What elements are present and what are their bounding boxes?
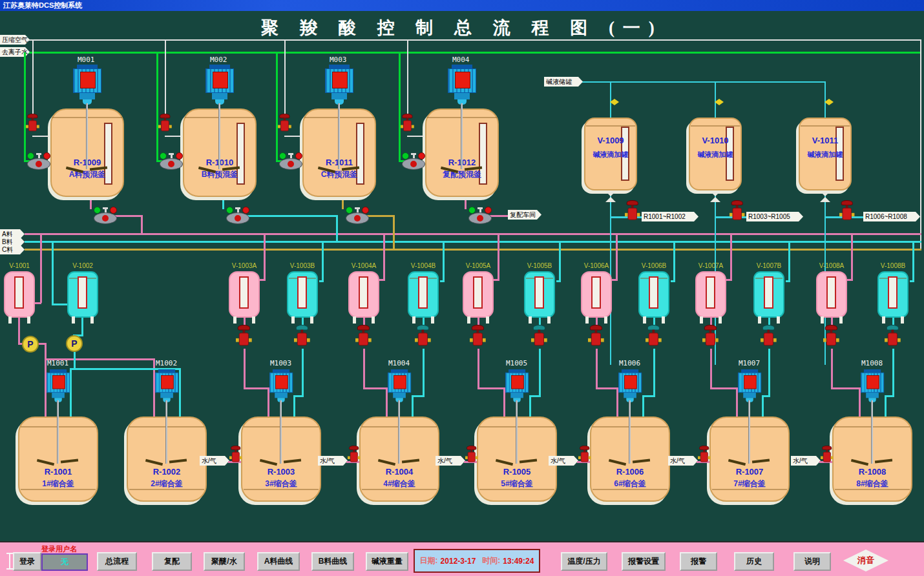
sight-glass [473, 276, 483, 309]
a-outlet-pipe [244, 349, 246, 389]
water-inlet-valve[interactable] [158, 152, 184, 170]
water-gas-valve[interactable] [229, 446, 242, 466]
valve-body [764, 333, 773, 345]
b-outlet-pipe [302, 349, 304, 396]
feed-tank-outlet-valve[interactable] [885, 325, 901, 351]
premix-outlet-valve[interactable] [92, 207, 118, 225]
premix-outlet-valve[interactable] [467, 207, 493, 225]
toolbar-right-button-5[interactable]: 说明 [793, 552, 831, 571]
agitator-motor[interactable] [205, 65, 234, 105]
alkali-tank-tag-label: V-1010 [689, 136, 742, 145]
reactor-tag-label: R-1003 [241, 467, 321, 477]
air-inlet-valve[interactable] [278, 114, 291, 136]
mute-button[interactable]: 消音 [843, 550, 888, 571]
motor-indicator [744, 375, 757, 389]
feed-tank-tag-label: V-1005A [459, 262, 498, 269]
water-gas-valve[interactable] [821, 446, 834, 466]
tank-leg [372, 316, 375, 324]
toolbar-right-button-4[interactable]: 历史 [734, 552, 774, 571]
feed-tank-outlet-valve[interactable] [531, 325, 547, 351]
alkali-tank-name-label: 碱液滴加罐 [796, 150, 854, 159]
agitator-motor[interactable] [73, 65, 101, 105]
valve-status-dot [235, 215, 241, 221]
water-inlet-valve[interactable] [278, 152, 304, 170]
toolbar-button-5[interactable]: B料曲线 [311, 552, 354, 571]
feed-tank-outlet-valve[interactable] [294, 325, 310, 351]
page-title: 聚 羧 酸 控 制 总 流 程 图 (一) [0, 16, 924, 39]
feed-tank-outlet-valve[interactable] [588, 325, 604, 351]
alkali-outlet-valve[interactable] [839, 200, 854, 225]
toolbar-button-6[interactable]: 碱液重量 [366, 552, 408, 571]
agitator-motor[interactable] [448, 65, 476, 105]
tank-leg [467, 316, 470, 324]
toolbar-button-1[interactable]: 总流程 [97, 552, 137, 571]
valve-body [628, 208, 637, 220]
feed-tank-outlet-valve[interactable] [415, 325, 431, 351]
premix-outlet-valve[interactable] [225, 207, 251, 225]
valve-body [649, 333, 658, 345]
alkali-outlet-valve[interactable] [625, 200, 640, 225]
pump-icon[interactable]: P [66, 335, 83, 352]
reactor-tag-label: R-1005 [477, 467, 557, 477]
feed-tank-tag-label: V-1007B [750, 262, 788, 269]
toolbar-right-button-1[interactable]: 温度/压力 [561, 552, 607, 571]
tank-leg [90, 316, 94, 324]
feed-tank-tag-label: V-1002 [63, 262, 102, 269]
water-inlet-valve[interactable] [401, 152, 426, 170]
water-gas-valve[interactable] [698, 446, 711, 466]
alkali-inlet-valve[interactable] [829, 99, 834, 105]
alkali-inlet-valve[interactable] [824, 99, 829, 105]
feed-tank-outlet-valve[interactable] [236, 325, 252, 351]
toolbar-right-button-3[interactable]: 报警 [680, 552, 717, 571]
motor-neck [275, 393, 288, 398]
feed-tank-outlet-valve[interactable] [355, 325, 372, 351]
feed-tank-outlet-valve[interactable] [823, 325, 839, 351]
agitator-motor[interactable] [861, 369, 884, 402]
valve-body [350, 452, 358, 462]
toolbar-right-button-2[interactable]: 报警设置 [622, 552, 666, 571]
valve-body [823, 452, 831, 462]
water-gas-valve[interactable] [578, 446, 591, 466]
agitator-motor[interactable] [738, 369, 761, 402]
water-gas-label: 水/气 [549, 456, 578, 466]
feed-tank-tag-label: V-1007A [691, 262, 730, 269]
feed-tank-outlet-valve[interactable] [646, 325, 662, 351]
sight-glass [534, 276, 544, 309]
toolbar-button-4[interactable]: A料曲线 [257, 552, 300, 571]
agitator-motor[interactable] [47, 369, 70, 402]
pump-icon[interactable]: P [22, 336, 39, 353]
feed-tank-outlet-valve[interactable] [761, 325, 777, 351]
water-branch-pipe [399, 52, 401, 161]
motor-neck [393, 393, 406, 398]
agitator-motor[interactable] [269, 369, 293, 402]
valve-body [706, 333, 715, 345]
alkali-inlet-valve[interactable] [715, 99, 719, 105]
alkali-inlet-valve[interactable] [614, 99, 619, 105]
dcs-screen: 江苏奥莱特DCS控制系统 聚 羧 酸 控 制 总 流 程 图 (一) 压缩空气去… [0, 0, 924, 576]
agitator-motor[interactable] [388, 369, 411, 402]
valve-status-dot [168, 161, 174, 167]
agitator-motor[interactable] [505, 369, 529, 402]
b-outlet-pipe [81, 318, 83, 336]
agitator-motor[interactable] [618, 369, 642, 402]
agitator-motor[interactable] [325, 65, 353, 105]
alkali-inlet-valve[interactable] [610, 99, 614, 105]
alkali-outlet-valve[interactable] [730, 200, 744, 225]
valve-body [232, 452, 240, 462]
agitator-motor[interactable] [155, 369, 178, 402]
alkali-inlet-valve[interactable] [719, 99, 724, 105]
premix-outlet-valve[interactable] [344, 207, 370, 225]
air-inlet-valve[interactable] [401, 114, 414, 136]
feed-tank-outlet-valve[interactable] [470, 325, 486, 351]
login-username-field[interactable]: 无 [41, 553, 88, 571]
feed-tank-outlet-valve[interactable] [702, 325, 719, 351]
air-inlet-valve[interactable] [158, 114, 172, 136]
water-gas-valve[interactable] [465, 446, 478, 466]
a-feed-pipe [379, 279, 385, 281]
water-inlet-valve[interactable] [26, 152, 52, 170]
toolbar-button-2[interactable]: 复配 [152, 552, 192, 571]
login-button[interactable]: 登录 [13, 552, 41, 571]
air-inlet-valve[interactable] [26, 114, 39, 136]
toolbar-button-3[interactable]: 聚醚/水 [204, 552, 245, 571]
water-gas-valve[interactable] [348, 446, 361, 466]
